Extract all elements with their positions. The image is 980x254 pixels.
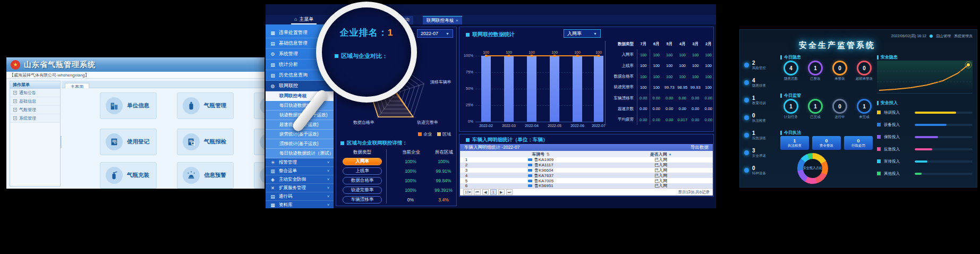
stats-value: 100 bbox=[702, 61, 714, 71]
today-hazard-rings: 4隐患总数1已整改0未整改0超期未整改 bbox=[780, 61, 875, 81]
user-name[interactable]: 启山管理 bbox=[936, 33, 951, 39]
stat-ring-已完成: 1已完成 bbox=[805, 99, 826, 120]
partial-card[interactable] bbox=[254, 162, 265, 189]
sidebar-subitem-漂移统计(基于运政)[interactable]: 漂移统计(基于运政) bbox=[266, 139, 334, 149]
stat-ring-进行中: 0进行中 bbox=[829, 99, 850, 120]
chevron-down-icon: ˅ bbox=[327, 177, 329, 181]
legend-swatch bbox=[877, 123, 881, 126]
sidebar-item-联网联控[interactable]: ◍联网联控 bbox=[266, 81, 334, 91]
current-page[interactable]: 1 bbox=[490, 189, 497, 195]
section-square-icon bbox=[466, 138, 470, 142]
sidebar-item-3[interactable]: +系统管理 bbox=[10, 114, 60, 123]
sidebar-item-资料库[interactable]: ▦资料库˅ bbox=[266, 201, 334, 208]
bell-icon[interactable] bbox=[930, 35, 933, 38]
sidebar-item-label: 通行码 bbox=[279, 193, 324, 200]
card-cylinder[interactable]: 气瓶管理 bbox=[177, 92, 234, 119]
plate-column-header[interactable]: 车牌号⇅ bbox=[473, 151, 609, 157]
first-page-button[interactable]: ⏮ bbox=[474, 189, 480, 195]
legend-item-培训投入: 培训投入 bbox=[877, 106, 973, 118]
sidebar-item-1[interactable]: +基础信息 bbox=[10, 97, 60, 106]
sidebar-item-扩展服务管理[interactable]: ✕扩展服务管理˅ bbox=[266, 184, 334, 192]
ring-icon: 1 bbox=[783, 99, 798, 114]
detail-type-button-轨迹完整率[interactable]: 轨迹完整率 bbox=[343, 187, 382, 194]
sidebar-item-通行码[interactable]: ▤通行码˅ bbox=[266, 192, 334, 201]
vehicle-icon bbox=[528, 174, 532, 177]
sidebar-item-label: 资料库 bbox=[279, 202, 324, 208]
row-index: 3 bbox=[460, 168, 473, 173]
query-date-dropdown[interactable]: 2022-07▼ bbox=[417, 29, 453, 38]
photo-icon: ▦ bbox=[270, 30, 276, 36]
chevron-down-icon: ˅ bbox=[327, 169, 329, 173]
card-register-doc[interactable]: 使用登记 bbox=[100, 129, 157, 155]
sidebar-item-label: 系统管理 bbox=[19, 115, 36, 121]
stats-value: 100 bbox=[689, 49, 702, 60]
tile-label: 责令整改 bbox=[820, 143, 833, 148]
company-bar: 【威海晨祥气体有限公司-whshengxiang】 bbox=[6, 72, 265, 79]
chart-icon bbox=[260, 167, 265, 184]
close-icon[interactable]: × bbox=[456, 18, 458, 23]
card-alarm[interactable]: 信息预警 bbox=[177, 162, 234, 189]
sidebar-item-整合运单[interactable]: ▥整合运单˅ bbox=[266, 167, 334, 175]
stat-ring-隐患总数: 4隐患总数 bbox=[780, 61, 802, 81]
detail-type-button-入网率[interactable]: 入网率 bbox=[343, 158, 382, 165]
detail-type-button-上线率[interactable]: 上线率 bbox=[343, 167, 382, 175]
ring-icon: 1 bbox=[808, 99, 823, 114]
card-inspect-doc[interactable]: 气瓶报检 bbox=[177, 129, 234, 155]
export-data-button[interactable]: 导出数据 bbox=[691, 145, 709, 151]
region-value: 100% bbox=[428, 159, 457, 164]
ring-icon: 0 bbox=[832, 61, 847, 75]
law-tile-执法检查[interactable]: 1执法检查 bbox=[780, 136, 809, 150]
details-divider bbox=[386, 149, 387, 204]
bar-2022-05 bbox=[550, 56, 559, 122]
sidebar-item-主动安全防御[interactable]: ◈主动安全防御˅ bbox=[266, 175, 334, 184]
detail-type-button-数据合格率[interactable]: 数据合格率 bbox=[343, 177, 382, 184]
sidebar-item-0[interactable]: +通知公告 bbox=[10, 89, 60, 97]
stat-ring-未整改: 0未整改 bbox=[829, 61, 850, 81]
timestamp: 2022/06/02(四) 16:12 bbox=[891, 33, 926, 39]
partial-card[interactable] bbox=[254, 92, 265, 119]
sidebar-item-2[interactable]: +气瓶管理 bbox=[10, 106, 60, 114]
card-extinguisher[interactable]: 气瓶充装 bbox=[100, 162, 157, 189]
sidebar-item-报警管理[interactable]: ☀报警管理˅ bbox=[266, 158, 334, 167]
prev-page-button[interactable]: ◀ bbox=[482, 189, 489, 195]
detail-type-button-超速次数[interactable]: 超速次数 bbox=[343, 206, 382, 206]
gas-cylinder-app-window: ★ 山东省气瓶管理系统 【威海晨祥气体有限公司-whshengxiang】 操作… bbox=[6, 57, 265, 189]
last-page-button[interactable]: ⏭ bbox=[506, 189, 513, 195]
x-tick-label: 2022-05 bbox=[543, 124, 566, 128]
stats-col-header: 4月 bbox=[676, 39, 689, 49]
user-role: 系统管理员 bbox=[954, 33, 973, 39]
stats-row-label: 入网率 bbox=[606, 49, 637, 60]
gear-icon: ⚙ bbox=[270, 52, 276, 57]
rail-text: 1应急演练 bbox=[752, 130, 766, 140]
law-tile-行政处罚[interactable]: 0行政处罚 bbox=[844, 136, 873, 150]
next-page-button[interactable]: ▶ bbox=[498, 189, 505, 195]
sidebar-subitem-每日轨迹数据统计（测试）[interactable]: 每日轨迹数据统计（测试） bbox=[266, 149, 334, 158]
ring-label: 进行中 bbox=[834, 115, 845, 120]
page-tab-联网联控考核[interactable]: 联网联控考核× bbox=[423, 16, 462, 24]
stats-filter-dropdown[interactable]: 入网率▼ bbox=[564, 29, 601, 38]
partial-card[interactable] bbox=[254, 129, 265, 155]
sidebar-subitem-每日轨迹数据统计[interactable]: 每日轨迹数据统计 bbox=[266, 101, 334, 111]
rail-value: 0 bbox=[752, 165, 766, 171]
company-value: 0% bbox=[395, 197, 427, 202]
tile-value: 0 bbox=[857, 138, 859, 143]
card-building[interactable]: 单位信息 bbox=[100, 92, 157, 119]
magnified-rank-text: 企业排名：1 bbox=[322, 27, 411, 39]
vehicle-detail-panel: 车辆入网明细统计（单位：车辆） 车辆入网明细统计 -2022-07 导出数据 车… bbox=[459, 134, 714, 197]
sidebar-item-label: 主动安全防御 bbox=[279, 176, 324, 183]
bar-value-label: 100 bbox=[501, 50, 517, 54]
status-column-header[interactable]: 是否入网▲ bbox=[609, 151, 713, 157]
alarm-icon bbox=[186, 171, 196, 180]
stats-value: 100 bbox=[637, 49, 650, 60]
page-size-select[interactable]: 10 ▾ bbox=[463, 189, 472, 195]
detail-type-button-车辆漂移率[interactable]: 车辆漂移率 bbox=[343, 196, 382, 204]
stats-value: 0.00 bbox=[637, 114, 650, 125]
nav-tab-主菜单[interactable]: ⌂主菜单 bbox=[291, 15, 317, 24]
vehicle-icon bbox=[528, 169, 532, 172]
law-tile-责令整改[interactable]: 0责令整改 bbox=[812, 136, 841, 150]
y-tick: 75% bbox=[462, 70, 473, 74]
rail-item-安全承诺: 3安全承诺 bbox=[744, 144, 776, 162]
chevron-down-icon: ▼ bbox=[593, 32, 597, 36]
rail-label: 安全承诺 bbox=[752, 154, 766, 157]
stats-panel-title: 联网联控数据统计 bbox=[466, 31, 515, 38]
